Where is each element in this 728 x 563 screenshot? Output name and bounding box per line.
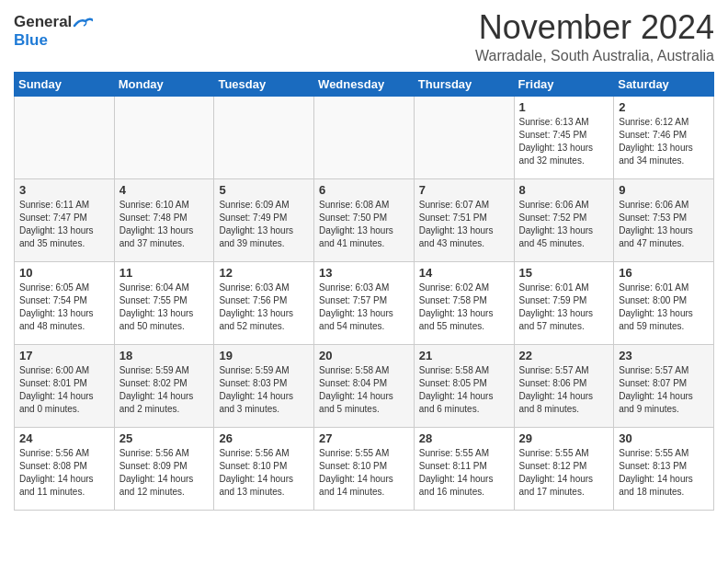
- day-info: Sunrise: 5:55 AM Sunset: 8:13 PM Dayligh…: [619, 447, 709, 499]
- calendar-day-header: Wednesday: [314, 72, 415, 96]
- day-number: 8: [519, 183, 609, 197]
- calendar-cell: 5Sunrise: 6:09 AM Sunset: 7:49 PM Daylig…: [214, 178, 314, 261]
- day-number: 4: [119, 183, 210, 197]
- day-info: Sunrise: 6:03 AM Sunset: 7:56 PM Dayligh…: [219, 282, 309, 333]
- day-number: 14: [419, 266, 509, 280]
- calendar-cell: 27Sunrise: 5:55 AM Sunset: 8:10 PM Dayli…: [314, 427, 415, 510]
- day-info: Sunrise: 5:59 AM Sunset: 8:02 PM Dayligh…: [119, 364, 210, 416]
- calendar-cell: 10Sunrise: 6:05 AM Sunset: 7:54 PM Dayli…: [15, 261, 115, 344]
- day-info: Sunrise: 5:58 AM Sunset: 8:04 PM Dayligh…: [319, 364, 409, 416]
- calendar-week-row: 24Sunrise: 5:56 AM Sunset: 8:08 PM Dayli…: [15, 427, 714, 510]
- day-number: 3: [19, 183, 109, 197]
- calendar-day-header: Thursday: [414, 72, 514, 96]
- day-info: Sunrise: 6:03 AM Sunset: 7:57 PM Dayligh…: [319, 282, 409, 333]
- day-info: Sunrise: 5:57 AM Sunset: 8:06 PM Dayligh…: [519, 364, 609, 416]
- day-info: Sunrise: 5:55 AM Sunset: 8:10 PM Dayligh…: [319, 447, 409, 499]
- day-number: 25: [119, 431, 210, 445]
- calendar-cell: 8Sunrise: 6:06 AM Sunset: 7:52 PM Daylig…: [514, 178, 614, 261]
- calendar-day-header: Saturday: [614, 72, 714, 96]
- calendar-cell: 22Sunrise: 5:57 AM Sunset: 8:06 PM Dayli…: [514, 344, 614, 427]
- calendar-cell: 1Sunrise: 6:13 AM Sunset: 7:45 PM Daylig…: [514, 96, 614, 178]
- calendar-week-row: 10Sunrise: 6:05 AM Sunset: 7:54 PM Dayli…: [15, 261, 714, 344]
- calendar-cell: [414, 96, 514, 178]
- day-info: Sunrise: 6:08 AM Sunset: 7:50 PM Dayligh…: [319, 199, 409, 250]
- day-info: Sunrise: 6:11 AM Sunset: 7:47 PM Dayligh…: [19, 199, 109, 250]
- calendar-table: SundayMondayTuesdayWednesdayThursdayFrid…: [14, 72, 714, 511]
- day-number: 11: [119, 266, 210, 280]
- day-info: Sunrise: 5:55 AM Sunset: 8:12 PM Dayligh…: [519, 447, 609, 499]
- day-info: Sunrise: 6:12 AM Sunset: 7:46 PM Dayligh…: [619, 116, 709, 167]
- day-number: 30: [619, 431, 709, 445]
- day-number: 29: [519, 431, 609, 445]
- logo: General Blue: [14, 9, 93, 50]
- calendar-cell: 6Sunrise: 6:08 AM Sunset: 7:50 PM Daylig…: [314, 178, 415, 261]
- location-subtitle: Warradale, South Australia, Australia: [475, 48, 714, 64]
- calendar-cell: 17Sunrise: 6:00 AM Sunset: 8:01 PM Dayli…: [15, 344, 115, 427]
- day-info: Sunrise: 5:56 AM Sunset: 8:10 PM Dayligh…: [219, 447, 309, 499]
- calendar-day-header: Sunday: [15, 72, 115, 96]
- day-info: Sunrise: 6:02 AM Sunset: 7:58 PM Dayligh…: [419, 282, 509, 333]
- calendar-day-header: Monday: [114, 72, 214, 96]
- logo-general-text: General: [14, 13, 72, 31]
- calendar-week-row: 1Sunrise: 6:13 AM Sunset: 7:45 PM Daylig…: [15, 96, 714, 178]
- day-number: 10: [19, 266, 109, 280]
- calendar-cell: 2Sunrise: 6:12 AM Sunset: 7:46 PM Daylig…: [614, 96, 714, 178]
- calendar-cell: 16Sunrise: 6:01 AM Sunset: 8:00 PM Dayli…: [614, 261, 714, 344]
- day-info: Sunrise: 5:58 AM Sunset: 8:05 PM Dayligh…: [419, 364, 509, 416]
- page-header: General Blue November 2024 Warradale, So…: [14, 9, 714, 64]
- day-number: 20: [319, 349, 409, 362]
- day-number: 6: [319, 183, 409, 197]
- day-number: 19: [219, 349, 309, 362]
- calendar-cell: 11Sunrise: 6:04 AM Sunset: 7:55 PM Dayli…: [114, 261, 214, 344]
- calendar-cell: [114, 96, 214, 178]
- calendar-day-header: Tuesday: [214, 72, 314, 96]
- calendar-cell: 3Sunrise: 6:11 AM Sunset: 7:47 PM Daylig…: [15, 178, 115, 261]
- day-number: 15: [519, 266, 609, 280]
- calendar-cell: 24Sunrise: 5:56 AM Sunset: 8:08 PM Dayli…: [15, 427, 115, 510]
- calendar-cell: 30Sunrise: 5:55 AM Sunset: 8:13 PM Dayli…: [614, 427, 714, 510]
- day-info: Sunrise: 5:59 AM Sunset: 8:03 PM Dayligh…: [219, 364, 309, 416]
- day-number: 21: [419, 349, 509, 362]
- calendar-cell: [15, 96, 115, 178]
- calendar-cell: 29Sunrise: 5:55 AM Sunset: 8:12 PM Dayli…: [514, 427, 614, 510]
- day-info: Sunrise: 6:07 AM Sunset: 7:51 PM Dayligh…: [419, 199, 509, 250]
- calendar-cell: [214, 96, 314, 178]
- calendar-cell: 4Sunrise: 6:10 AM Sunset: 7:48 PM Daylig…: [114, 178, 214, 261]
- day-number: 17: [19, 349, 109, 362]
- day-info: Sunrise: 6:13 AM Sunset: 7:45 PM Dayligh…: [519, 116, 609, 167]
- day-number: 16: [619, 266, 709, 280]
- calendar-cell: 13Sunrise: 6:03 AM Sunset: 7:57 PM Dayli…: [314, 261, 415, 344]
- calendar-day-header: Friday: [514, 72, 614, 96]
- calendar-cell: 28Sunrise: 5:55 AM Sunset: 8:11 PM Dayli…: [414, 427, 514, 510]
- day-info: Sunrise: 5:55 AM Sunset: 8:11 PM Dayligh…: [419, 447, 509, 499]
- day-number: 28: [419, 431, 509, 445]
- calendar-cell: 26Sunrise: 5:56 AM Sunset: 8:10 PM Dayli…: [214, 427, 314, 510]
- day-info: Sunrise: 6:09 AM Sunset: 7:49 PM Dayligh…: [219, 199, 309, 250]
- calendar-cell: 7Sunrise: 6:07 AM Sunset: 7:51 PM Daylig…: [414, 178, 514, 261]
- day-info: Sunrise: 6:10 AM Sunset: 7:48 PM Dayligh…: [119, 199, 210, 250]
- day-number: 27: [319, 431, 409, 445]
- day-number: 18: [119, 349, 210, 362]
- calendar-cell: 25Sunrise: 5:56 AM Sunset: 8:09 PM Dayli…: [114, 427, 214, 510]
- day-info: Sunrise: 6:04 AM Sunset: 7:55 PM Dayligh…: [119, 282, 210, 333]
- calendar-header-row: SundayMondayTuesdayWednesdayThursdayFrid…: [15, 72, 714, 96]
- day-number: 26: [219, 431, 309, 445]
- day-info: Sunrise: 5:57 AM Sunset: 8:07 PM Dayligh…: [619, 364, 709, 416]
- day-info: Sunrise: 6:01 AM Sunset: 7:59 PM Dayligh…: [519, 282, 609, 333]
- day-info: Sunrise: 6:05 AM Sunset: 7:54 PM Dayligh…: [19, 282, 109, 333]
- day-number: 12: [219, 266, 309, 280]
- day-info: Sunrise: 6:00 AM Sunset: 8:01 PM Dayligh…: [19, 364, 109, 416]
- calendar-cell: 15Sunrise: 6:01 AM Sunset: 7:59 PM Dayli…: [514, 261, 614, 344]
- calendar-week-row: 3Sunrise: 6:11 AM Sunset: 7:47 PM Daylig…: [15, 178, 714, 261]
- day-number: 1: [519, 100, 609, 114]
- day-info: Sunrise: 5:56 AM Sunset: 8:09 PM Dayligh…: [119, 447, 210, 499]
- title-section: November 2024 Warradale, South Australia…: [475, 9, 714, 64]
- day-number: 23: [619, 349, 709, 362]
- month-title: November 2024: [475, 9, 714, 46]
- logo-bird-icon: [73, 17, 93, 29]
- day-number: 13: [319, 266, 409, 280]
- day-number: 2: [619, 100, 709, 114]
- calendar-cell: [314, 96, 415, 178]
- day-number: 24: [19, 431, 109, 445]
- calendar-cell: 12Sunrise: 6:03 AM Sunset: 7:56 PM Dayli…: [214, 261, 314, 344]
